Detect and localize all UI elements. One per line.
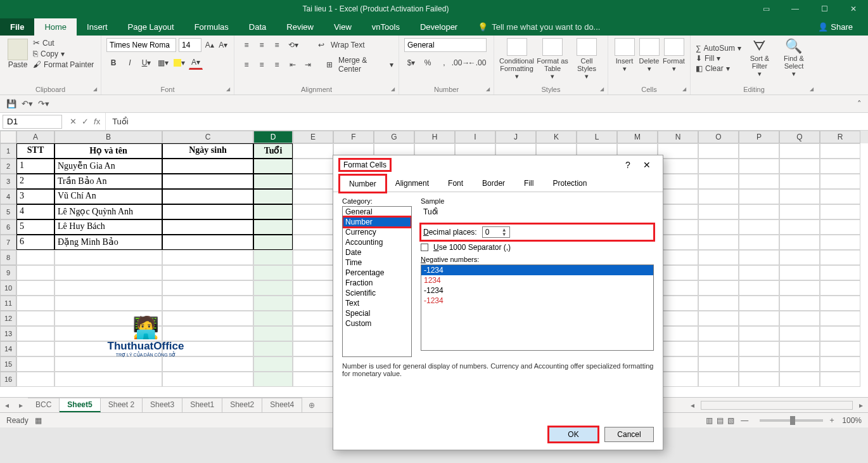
tell-me[interactable]: 💡Tell me what you want to do... (468, 18, 610, 36)
cell[interactable] (16, 372, 54, 387)
border-button[interactable]: ▦▾ (156, 56, 170, 70)
sheet-nav-next-icon[interactable]: ▸ (14, 401, 28, 410)
column-header-P[interactable]: P (739, 131, 779, 143)
row-header[interactable]: 12 (0, 311, 16, 326)
cell[interactable] (253, 265, 293, 280)
cell[interactable] (253, 326, 293, 341)
cell[interactable] (253, 235, 293, 250)
enter-edit-icon[interactable]: ✓ (82, 117, 89, 126)
cell[interactable] (698, 235, 739, 250)
cell[interactable] (779, 204, 820, 219)
row-header[interactable]: 7 (0, 235, 16, 250)
cell[interactable] (739, 341, 779, 356)
cell[interactable]: Nguyễn Gia An (54, 159, 162, 174)
cell[interactable] (779, 189, 820, 204)
cell[interactable]: Trần Bảo An (54, 174, 162, 189)
cell[interactable]: STT (16, 143, 54, 159)
category-listbox[interactable]: GeneralNumberCurrencyAccountingDateTimeP… (342, 206, 412, 357)
category-item[interactable]: Text (343, 298, 411, 308)
cell[interactable] (820, 372, 860, 387)
cell[interactable] (658, 280, 698, 296)
cell-styles-button[interactable]: Cell Styles▾ (571, 38, 603, 81)
font-color-button[interactable]: A▾ (189, 56, 203, 70)
cell[interactable] (658, 143, 698, 159)
increase-decimal-icon[interactable]: .00→ (454, 56, 468, 70)
cell[interactable] (293, 159, 333, 174)
cell[interactable] (293, 174, 333, 189)
row-header[interactable]: 13 (0, 326, 16, 341)
undo-icon[interactable]: ↶▾ (22, 99, 33, 108)
clear-button[interactable]: ◧ Clear ▾ (696, 64, 741, 73)
cell[interactable]: Vũ Chí An (54, 189, 162, 204)
cut-button[interactable]: ✂Cut (33, 38, 94, 48)
cell[interactable] (162, 174, 253, 189)
cell[interactable] (779, 143, 820, 159)
cell[interactable] (658, 265, 698, 280)
row-header[interactable]: 5 (0, 204, 16, 219)
cell[interactable] (658, 189, 698, 204)
sheet-tab[interactable]: Sheet 2 (101, 398, 143, 412)
cell[interactable] (779, 311, 820, 326)
cell[interactable] (820, 219, 860, 235)
cell[interactable] (253, 356, 293, 372)
horizontal-scrollbar[interactable] (701, 401, 853, 410)
category-item[interactable]: Custom (343, 318, 411, 329)
page-break-view-icon[interactable]: ▧ (727, 416, 734, 425)
row-header[interactable]: 8 (0, 250, 16, 265)
wrap-text-button[interactable]: Wrap Text (331, 41, 365, 49)
cell[interactable] (820, 250, 860, 265)
merge-center-button[interactable]: Merge & Center (338, 56, 387, 74)
minimize-icon[interactable]: — (781, 4, 810, 13)
cell[interactable] (739, 159, 779, 174)
cell[interactable] (162, 189, 253, 204)
category-item[interactable]: Scientific (343, 288, 411, 298)
cell[interactable]: 1 (16, 159, 54, 174)
cell[interactable] (162, 159, 253, 174)
cell[interactable] (54, 265, 162, 280)
cell[interactable] (820, 311, 860, 326)
paste-button[interactable]: Paste (5, 39, 30, 69)
dialog-tab-font[interactable]: Font (438, 174, 473, 192)
cell[interactable] (16, 356, 54, 372)
tab-formulas[interactable]: Formulas (184, 18, 239, 36)
negative-item[interactable]: -1234 (421, 265, 653, 275)
tab-file[interactable]: File (0, 18, 34, 36)
format-as-table-button[interactable]: Format as Table▾ (537, 38, 568, 81)
zoom-out-icon[interactable]: — (741, 416, 748, 425)
category-item[interactable]: Number (343, 217, 411, 227)
comma-icon[interactable]: , (437, 56, 451, 70)
negative-item[interactable]: -1234 (421, 285, 653, 296)
ok-button[interactable]: OK (549, 427, 598, 442)
cell[interactable] (658, 219, 698, 235)
row-header[interactable]: 2 (0, 159, 16, 174)
column-header-I[interactable]: I (455, 131, 495, 143)
sheet-tab[interactable]: BCC (28, 398, 60, 412)
cell[interactable] (820, 326, 860, 341)
cell[interactable] (253, 372, 293, 387)
negative-numbers-listbox[interactable]: -12341234-1234-1234 (421, 264, 654, 351)
column-header-A[interactable]: A (16, 131, 54, 143)
format-cells-button[interactable]: Format▾ (663, 38, 685, 73)
zoom-slider[interactable] (760, 419, 823, 422)
cell[interactable] (54, 372, 162, 387)
cell[interactable] (739, 219, 779, 235)
negative-item[interactable]: 1234 (421, 275, 653, 285)
font-size-combo[interactable] (179, 38, 201, 52)
cell[interactable] (779, 159, 820, 174)
cell[interactable] (162, 250, 253, 265)
cell[interactable] (739, 174, 779, 189)
cell[interactable] (698, 372, 739, 387)
cell[interactable] (698, 189, 739, 204)
cell[interactable] (739, 265, 779, 280)
dialog-help-icon[interactable]: ? (618, 160, 637, 170)
category-item[interactable]: Fraction (343, 278, 411, 288)
cell[interactable]: Ngày sinh (162, 143, 253, 159)
close-icon[interactable]: ✕ (839, 4, 868, 13)
cell[interactable] (253, 159, 293, 174)
maximize-icon[interactable]: ☐ (810, 4, 839, 13)
find-select-button[interactable]: 🔍Find & Select▾ (778, 38, 810, 78)
cell[interactable] (739, 296, 779, 311)
cell[interactable] (739, 204, 779, 219)
autosum-button[interactable]: ∑ AutoSum ▾ (696, 44, 741, 53)
dialog-tab-border[interactable]: Border (473, 174, 514, 192)
